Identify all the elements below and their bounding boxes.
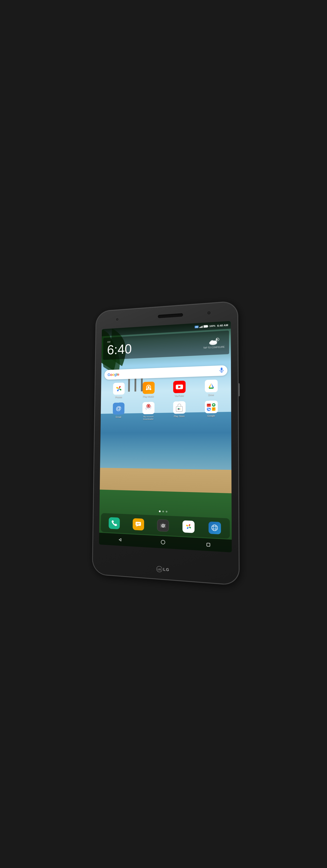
- play-music-label: Play Music: [143, 395, 154, 398]
- email-icon: @: [113, 403, 124, 415]
- recent-icon: [206, 542, 210, 547]
- svg-line-62: [212, 529, 218, 529]
- back-icon: [118, 537, 122, 542]
- svg-point-59: [212, 525, 217, 531]
- photos-label: Photos: [115, 396, 122, 399]
- drive-label: Drive: [208, 394, 214, 397]
- app-play-music[interactable]: Play Music: [140, 381, 157, 398]
- dock-camera[interactable]: [156, 519, 170, 532]
- back-button[interactable]: [116, 536, 124, 544]
- email-label: Email: [116, 416, 121, 418]
- app-myaccount[interactable]: My AccountDownloader: [140, 402, 157, 421]
- status-time: 6:40 AM: [217, 323, 228, 327]
- svg-text:@: @: [116, 405, 121, 411]
- svg-point-64: [161, 540, 165, 544]
- drive-icon: [205, 379, 217, 392]
- svg-rect-40: [206, 401, 217, 412]
- microphone-icon[interactable]: [219, 367, 224, 374]
- google-apps-label: Google: [207, 414, 215, 417]
- messages-dock-icon: [132, 518, 144, 530]
- wallpaper: 4G 10: [99, 321, 232, 552]
- sensor-dot: [116, 317, 119, 321]
- lg-logo-area: LG LG: [156, 566, 170, 573]
- svg-point-60: [213, 525, 216, 531]
- svg-rect-49: [136, 522, 141, 526]
- app-google[interactable]: Google: [202, 401, 220, 420]
- app-grid: Photos: [104, 379, 228, 425]
- app-email[interactable]: @ Email: [111, 403, 127, 421]
- home-button[interactable]: [159, 538, 167, 547]
- google-logo: Google: [108, 372, 119, 377]
- dock-gallery[interactable]: [181, 520, 196, 533]
- browser-dock-icon: [208, 521, 221, 534]
- myaccount-label: My AccountDownloader: [143, 415, 153, 420]
- speaker-grill: [158, 313, 183, 318]
- app-drive[interactable]: Drive: [202, 379, 220, 397]
- camera-dock-icon: [157, 519, 169, 532]
- svg-text:LG: LG: [158, 568, 161, 571]
- front-camera: [207, 311, 211, 315]
- mic-svg: [219, 367, 224, 373]
- playstore-icon: [173, 401, 185, 414]
- dock-browser[interactable]: [207, 521, 222, 534]
- app-photos[interactable]: Photos: [111, 382, 127, 399]
- gallery-dock-icon: [182, 520, 195, 533]
- phone-dock-icon: [109, 517, 120, 529]
- phone-body: 4G 10: [93, 301, 239, 585]
- dock-messages[interactable]: [131, 518, 145, 530]
- home-icon: [161, 539, 166, 545]
- play-store-label: Play Store: [174, 415, 185, 418]
- lg-brand-text: LG: [163, 567, 170, 572]
- google-apps-icon: [205, 401, 217, 413]
- lg-circle-logo: LG: [156, 566, 162, 572]
- photos-icon: [113, 382, 124, 395]
- time-display: AM 6:40: [107, 340, 132, 356]
- tap-configure-label: TAP TO CONFIGURE: [203, 346, 225, 349]
- dock-phone[interactable]: [108, 517, 121, 529]
- svg-rect-65: [207, 543, 210, 547]
- play-music-icon: [142, 382, 154, 394]
- youtube-icon: [173, 380, 185, 393]
- weather-widget[interactable]: TAP TO CONFIGURE: [203, 337, 225, 349]
- signal-icon: [200, 325, 203, 328]
- status-bar-right: 4G 10: [195, 323, 228, 329]
- weather-icon: [208, 337, 219, 346]
- svg-rect-8: [204, 326, 207, 328]
- youtube-label: YouTube: [175, 394, 184, 397]
- page-indicator-1[interactable]: [162, 510, 164, 512]
- svg-marker-50: [136, 526, 138, 527]
- myaccount-icon: [142, 402, 154, 414]
- volume-button[interactable]: [238, 383, 240, 396]
- page-indicator-2[interactable]: [166, 510, 167, 512]
- recent-button[interactable]: [204, 540, 212, 549]
- battery-percent: 100%: [209, 324, 215, 328]
- svg-marker-63: [119, 538, 121, 541]
- screen: 4G 10: [99, 321, 232, 552]
- lte-indicator: 4G: [195, 326, 199, 328]
- app-youtube[interactable]: YouTube: [171, 380, 188, 397]
- time-clock: 6:40: [107, 342, 132, 356]
- page-indicator-0[interactable]: [159, 510, 160, 512]
- app-play-store[interactable]: Play Store: [171, 401, 188, 420]
- phone-device: 4G 10: [93, 301, 239, 585]
- battery-icon: [204, 325, 208, 328]
- svg-rect-34: [174, 402, 185, 413]
- svg-rect-56: [162, 523, 164, 524]
- svg-rect-15: [221, 367, 222, 370]
- svg-rect-7: [208, 326, 208, 327]
- app-row-2: @ Email: [104, 400, 228, 421]
- svg-rect-26: [207, 381, 216, 391]
